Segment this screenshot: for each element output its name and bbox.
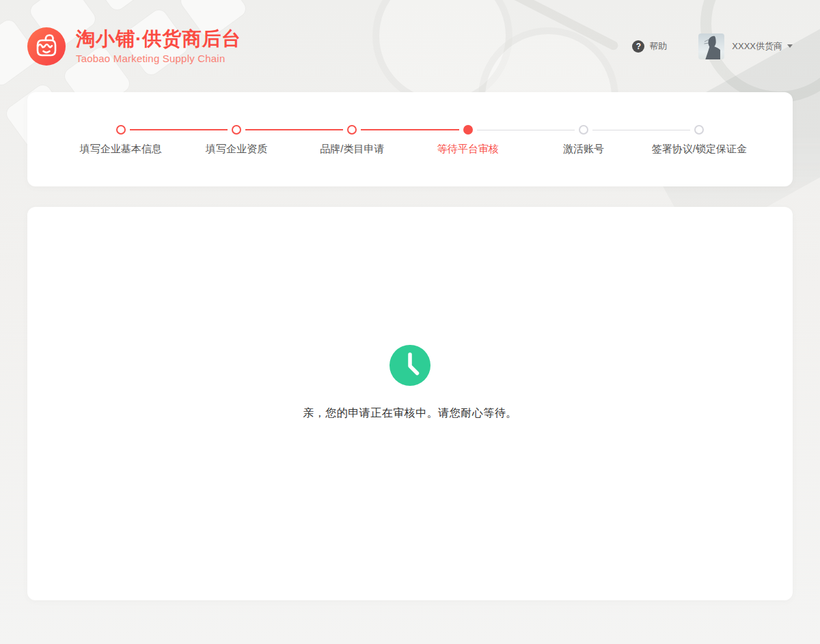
step-circle [116,125,126,135]
step-circle [232,125,241,135]
step-label: 填写企业基本信息 [80,143,162,156]
help-label: 帮助 [649,40,667,53]
step-connector [361,129,459,130]
user-avatar-photo [698,33,724,59]
review-status: 亲，您的申请正在审核中。请您耐心等待。 [27,207,793,421]
step-circle [694,125,704,135]
step-label: 激活账号 [563,143,604,156]
step-circle [463,125,473,135]
step-label: 等待平台审核 [437,143,499,156]
page-header: 淘小铺·供货商后台 Taobao Marketing Supply Chain … [0,0,820,92]
user-name: XXXX供货商 [732,40,782,53]
brand: 淘小铺·供货商后台 Taobao Marketing Supply Chain [27,27,241,66]
step-connector [477,130,575,130]
taoxiaopu-mascot-icon [27,27,66,66]
status-message: 亲，您的申请正在审核中。请您耐心等待。 [303,406,517,421]
step-label: 填写企业资质 [206,143,267,156]
help-button[interactable]: ? 帮助 [632,40,667,53]
page-title: 淘小铺·供货商后台 [76,28,241,50]
onboarding-stepper-card: 填写企业基本信息 填写企业资质 品牌/类目申请 等待平台审核 激活账号 签署协议… [27,92,793,186]
step-label: 品牌/类目申请 [320,143,384,156]
question-circle-icon: ? [632,40,644,53]
avatar [698,33,724,59]
header-actions: ? 帮助 XXXX供货商 [632,33,793,59]
step-connector [130,129,228,130]
step-connector [245,129,343,130]
onboarding-stepper: 填写企业基本信息 填写企业资质 品牌/类目申请 等待平台审核 激活账号 签署协议… [27,92,793,156]
user-menu[interactable]: XXXX供货商 [698,33,793,59]
brand-text: 淘小铺·供货商后台 Taobao Marketing Supply Chain [76,28,241,64]
page-subtitle: Taobao Marketing Supply Chain [76,53,241,64]
review-status-card: 亲，您的申请正在审核中。请您耐心等待。 [27,207,793,600]
step-label: 签署协议/锁定保证金 [652,143,747,156]
step-circle [347,125,357,135]
step-circle [579,125,588,135]
step-connector [592,130,690,130]
chevron-down-icon [787,44,793,48]
clock-icon [390,345,430,386]
step-sign-agreement-deposit: 签署协议/锁定保证金 [642,125,757,156]
